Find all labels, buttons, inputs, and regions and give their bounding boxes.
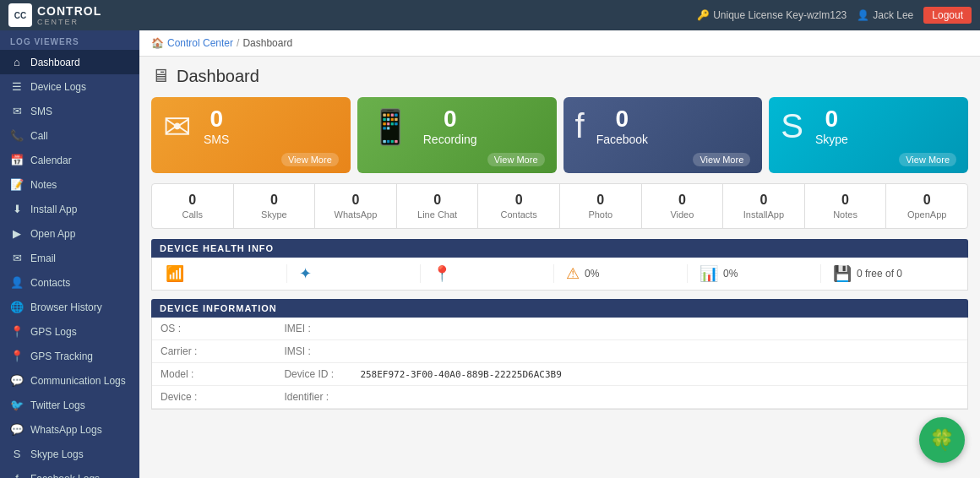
stat-box-installapp[interactable]: 0 InstallApp: [723, 184, 805, 228]
sidebar-icon-11: 📍: [10, 325, 24, 338]
view-more-skype[interactable]: View More: [899, 153, 956, 166]
page-inner: 🖥 Dashboard ✉ 0 SMS View More 📱 0 Record…: [139, 57, 980, 418]
sidebar-label-11: GPS Logs: [30, 326, 77, 338]
sidebar-label-17: Facebook Logs: [30, 473, 100, 479]
storage-label: 0 free of 0: [857, 268, 902, 280]
card-icon-recording: 📱: [369, 107, 411, 147]
sidebar-item-browser-history[interactable]: 🌐Browser History: [0, 295, 139, 319]
stat-box-calls[interactable]: 0 Calls: [152, 184, 234, 228]
sidebar-item-gps-tracking[interactable]: 📍GPS Tracking: [0, 344, 139, 368]
stat-box-label-9: OpenApp: [907, 209, 946, 220]
device-field-label-6: Device :: [152, 386, 228, 409]
stat-box-num-8: 0: [841, 193, 849, 208]
card-info-recording: 0 Recording: [423, 107, 477, 146]
logout-button[interactable]: Logout: [923, 7, 972, 24]
sidebar-item-email[interactable]: ✉Email: [0, 246, 139, 270]
view-more-sms[interactable]: View More: [281, 153, 339, 166]
stat-box-photo[interactable]: 0 Photo: [560, 184, 642, 228]
sidebar-label-7: Open App: [30, 228, 75, 240]
sidebar-label-13: Communication Logs: [30, 375, 126, 387]
sidebar-icon-16: S: [10, 448, 24, 460]
card-count-recording: 0: [444, 107, 457, 131]
sidebar-icon-12: 📍: [10, 350, 24, 362]
stat-cards-top: ✉ 0 SMS View More 📱 0 Recording View Mor…: [151, 97, 968, 173]
sidebar-icon-17: f: [10, 472, 24, 478]
logo: CC CONTROL CENTER: [8, 3, 101, 27]
user-info: 👤 Jack Lee: [857, 9, 913, 21]
location-icon: 📍: [433, 264, 451, 283]
sidebar-item-install-app[interactable]: ⬇Install App: [0, 197, 139, 221]
stat-box-openapp[interactable]: 0 OpenApp: [886, 184, 967, 228]
sidebar-label-8: Email: [30, 253, 56, 264]
sidebar-item-communication-logs[interactable]: 💬Communication Logs: [0, 368, 139, 393]
battery-warning-icon: ⚠: [566, 264, 580, 283]
stat-card-recording: 📱 0 Recording View More: [357, 97, 557, 173]
sidebar-item-skype-logs[interactable]: SSkype Logs: [0, 442, 139, 466]
signal-icon: 📊: [700, 264, 718, 283]
device-health-section: DEVICE HEALTH INFO 📶 ✦ 📍 ⚠ 0%: [151, 239, 968, 291]
logo-icon: CC: [8, 3, 32, 27]
sidebar-label-14: Twitter Logs: [30, 399, 85, 411]
view-more-facebook[interactable]: View More: [693, 153, 750, 166]
card-label-sms: SMS: [204, 133, 229, 146]
health-bluetooth: ✦: [287, 264, 421, 283]
sidebar-item-whatsapp-logs[interactable]: 💬WhatsApp Logs: [0, 417, 139, 442]
sidebar-item-facebook-logs[interactable]: fFacebook Logs: [0, 466, 139, 478]
sidebar-label-0: Dashboard: [30, 57, 80, 68]
device-info-row: Device : Identifier :: [152, 386, 967, 409]
device-field-label-4: Model :: [152, 363, 228, 386]
sidebar-label-6: Install App: [30, 204, 77, 215]
device-field-label-5: Device ID :: [275, 363, 351, 386]
breadcrumb-current: Dashboard: [242, 37, 292, 49]
stat-box-num-9: 0: [923, 193, 931, 208]
device-field-label-2: Carrier :: [152, 340, 228, 363]
monitor-icon: 🖥: [151, 65, 170, 87]
stat-box-contacts[interactable]: 0 Contacts: [478, 184, 560, 228]
sidebar-icon-5: 📝: [10, 178, 24, 191]
view-more-recording[interactable]: View More: [487, 153, 545, 166]
sidebar-icon-14: 🐦: [10, 399, 24, 411]
card-info-skype: 0 Skype: [815, 107, 848, 146]
breadcrumb-sep: /: [237, 37, 239, 49]
breadcrumb-home-link[interactable]: Control Center: [167, 37, 233, 49]
sidebar-icon-10: 🌐: [10, 301, 24, 313]
sidebar-item-contacts[interactable]: 👤Contacts: [0, 270, 139, 295]
card-label-facebook: Facebook: [596, 133, 648, 146]
stat-card-sms: ✉ 0 SMS View More: [151, 97, 351, 173]
sidebar-item-notes[interactable]: 📝Notes: [0, 172, 139, 197]
license-label: Unique License Key-wzlm123: [713, 9, 847, 21]
device-field-value-0: [228, 318, 275, 340]
sidebar-label-4: Calendar: [30, 155, 72, 166]
sidebar-item-dashboard[interactable]: ⌂Dashboard: [0, 50, 139, 74]
device-health-bar: 📶 ✦ 📍 ⚠ 0% 📊 0%: [151, 258, 968, 291]
stat-box-label-3: Line Chat: [417, 209, 457, 220]
card-inner-sms: ✉ 0 SMS: [163, 107, 339, 148]
sidebar-item-calendar[interactable]: 📅Calendar: [0, 148, 139, 172]
stat-box-line-chat[interactable]: 0 Line Chat: [397, 184, 479, 228]
card-icon-facebook: f: [575, 107, 585, 145]
device-field-value-4: [228, 363, 275, 386]
sidebar-item-open-app[interactable]: ▶Open App: [0, 221, 139, 246]
sidebar-icon-1: ☰: [10, 80, 24, 93]
sidebar-item-twitter-logs[interactable]: 🐦Twitter Logs: [0, 393, 139, 417]
sidebar-item-device-logs[interactable]: ☰Device Logs: [0, 74, 139, 99]
stat-box-skype[interactable]: 0 Skype: [234, 184, 316, 228]
floating-badge[interactable]: 🍀: [919, 417, 965, 463]
sidebar-item-gps-logs[interactable]: 📍GPS Logs: [0, 319, 139, 344]
card-info-sms: 0 SMS: [204, 107, 229, 146]
key-icon: 🔑: [697, 9, 710, 21]
device-health-header: DEVICE HEALTH INFO: [151, 239, 968, 258]
sidebar-item-sms[interactable]: ✉SMS: [0, 99, 139, 123]
main-layout: LOG VIEWERS ⌂Dashboard☰Device Logs✉SMS📞C…: [0, 30, 980, 478]
sidebar-item-call[interactable]: 📞Call: [0, 123, 139, 148]
card-icon-sms: ✉: [163, 107, 192, 146]
card-label-skype: Skype: [815, 133, 848, 146]
sidebar-label-12: GPS Tracking: [30, 350, 93, 362]
stat-box-video[interactable]: 0 Video: [642, 184, 724, 228]
health-signal: 📊 0%: [688, 264, 821, 283]
sidebar-icon-15: 💬: [10, 423, 24, 436]
stat-box-label-0: Calls: [182, 209, 203, 220]
stat-box-notes[interactable]: 0 Notes: [805, 184, 887, 228]
sidebar-label-2: SMS: [30, 106, 52, 117]
stat-box-whatsapp[interactable]: 0 WhatsApp: [315, 184, 397, 228]
